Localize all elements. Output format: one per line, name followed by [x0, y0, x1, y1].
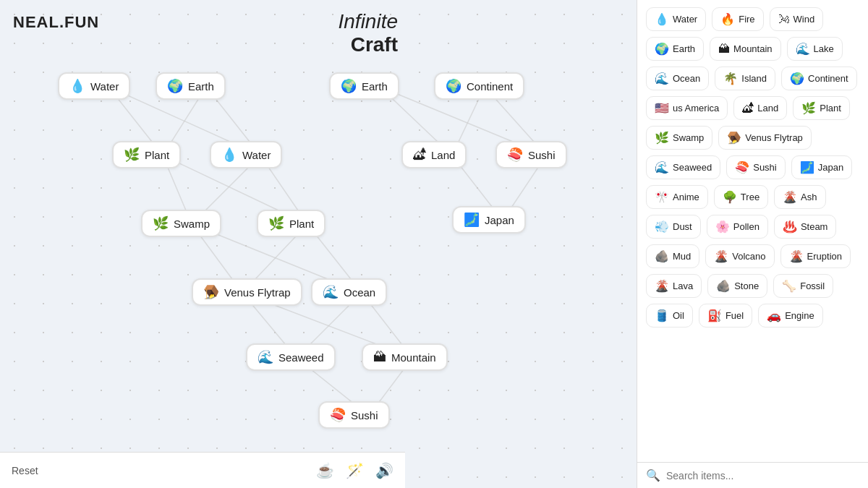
sidebar-item-label: Fossil	[800, 281, 825, 291]
sidebar-item-label: Ash	[801, 192, 817, 202]
sidebar-item-s21[interactable]: 💨Dust	[646, 215, 701, 239]
sidebar-item-s23[interactable]: ♨️Steam	[774, 215, 837, 239]
sidebar-item-label: Pollen	[733, 221, 760, 232]
sidebar-item-s5[interactable]: 🏔Mountain	[710, 37, 780, 61]
card-icon: 🗾	[464, 213, 480, 226]
sidebar-item-s11[interactable]: 🏕Land	[733, 96, 787, 120]
sidebar-item-s15[interactable]: 🌊Seaweed	[646, 155, 720, 179]
sidebar-item-icon: 🌊	[655, 160, 669, 174]
sidebar-item-s6[interactable]: 🌊Lake	[787, 37, 843, 61]
sidebar-item-s22[interactable]: 🌸Pollen	[707, 215, 768, 239]
search-input[interactable]	[666, 470, 859, 481]
sidebar-item-s26[interactable]: 🌋Eruption	[780, 244, 851, 268]
canvas-card-c3[interactable]: 🌿Plant	[112, 141, 181, 168]
sidebar-item-icon: 💨	[655, 220, 669, 234]
card-label: Japan	[485, 214, 514, 226]
bottom-bar: Reset ☕ 🪄 🔊	[0, 452, 405, 488]
sidebar-item-s10[interactable]: 🇺🇸us America	[646, 96, 728, 120]
sidebar-items-list: 💧Water🔥Fire🌬Wind🌍Earth🏔Mountain🌊Lake🌊Oce…	[637, 0, 868, 462]
card-icon: 🍣	[330, 408, 346, 421]
sidebar-item-label: Water	[673, 14, 697, 25]
sidebar-item-s28[interactable]: 🪨Stone	[707, 274, 767, 298]
sidebar-item-s3[interactable]: 🌬Wind	[770, 7, 824, 31]
card-label: Plant	[145, 149, 169, 161]
canvas-card-c2[interactable]: 🌍Earth	[156, 72, 226, 100]
sidebar-item-icon: 🌋	[655, 279, 669, 293]
sidebar-item-icon: 🚗	[767, 309, 781, 322]
canvas-card-c13[interactable]: 🌍Continent	[434, 72, 524, 100]
brush-icon[interactable]: 🪄	[346, 462, 364, 479]
sidebar-item-s29[interactable]: 🦴Fossil	[773, 274, 833, 298]
sidebar-item-s25[interactable]: 🌋Volcano	[705, 244, 774, 268]
sidebar-item-label: Mud	[673, 251, 691, 262]
sidebar-item-icon: 🪨	[655, 249, 669, 263]
canvas-card-c4[interactable]: 💧Water	[210, 141, 282, 168]
sidebar-item-s18[interactable]: 🎌Anime	[646, 185, 708, 209]
card-label: Continent	[467, 80, 513, 93]
volume-icon[interactable]: 🔊	[375, 462, 393, 479]
sidebar-item-icon: 🌿	[655, 131, 669, 145]
sidebar-item-s19[interactable]: 🌳Tree	[714, 185, 768, 209]
card-label: Land	[431, 149, 455, 161]
sidebar-item-icon: 🍣	[735, 160, 749, 174]
sidebar-item-icon: ♨️	[783, 220, 797, 234]
canvas-card-c9[interactable]: 🌊Seaweed	[246, 343, 336, 371]
sidebar-item-label: Mountain	[733, 43, 772, 54]
card-label: Mountain	[391, 351, 436, 364]
canvas-card-c14[interactable]: 🏕Land	[401, 141, 467, 168]
canvas-area[interactable]: NEAL.FUN Infinite Craft 💧Water🌍Earth🌿Pla…	[0, 0, 637, 488]
canvas-card-c10[interactable]: 🏔Mountain	[362, 343, 448, 371]
canvas-card-c6[interactable]: 🌿Plant	[257, 210, 326, 237]
card-label: Sushi	[351, 409, 378, 421]
sidebar-item-label: Japan	[818, 162, 843, 173]
sidebar-item-s8[interactable]: 🌴Island	[715, 67, 775, 90]
sidebar-item-s31[interactable]: ⛽Fuel	[699, 304, 752, 328]
sidebar-item-s20[interactable]: 🌋Ash	[774, 185, 825, 209]
sidebar-item-icon: 🇺🇸	[655, 101, 669, 115]
sidebar-item-s1[interactable]: 💧Water	[646, 7, 706, 31]
sidebar-item-icon: 🌋	[789, 249, 804, 263]
sidebar-item-icon: 🌍	[655, 42, 669, 56]
sidebar-item-label: Venus Flytrap	[745, 132, 803, 143]
canvas-card-c7[interactable]: 🪤Venus Flytrap	[192, 278, 302, 306]
sidebar-item-s14[interactable]: 🪤Venus Flytrap	[718, 126, 812, 150]
sidebar-item-label: Anime	[673, 192, 699, 202]
canvas-card-c8[interactable]: 🌊Ocean	[311, 278, 387, 306]
canvas-card-c5[interactable]: 🌿Swamp	[141, 210, 221, 237]
sidebar-item-s13[interactable]: 🌿Swamp	[646, 126, 712, 150]
search-icon: 🔍	[646, 468, 660, 482]
sidebar-item-s17[interactable]: 🗾Japan	[791, 155, 852, 179]
sidebar-item-label: Land	[757, 103, 778, 114]
sidebar-item-s7[interactable]: 🌊Ocean	[646, 67, 709, 90]
canvas-card-c15[interactable]: 🍣Sushi	[495, 141, 567, 168]
canvas-card-c12[interactable]: 🌍Earth	[329, 72, 399, 100]
card-icon: 🌊	[323, 286, 339, 299]
sidebar-item-label: Seaweed	[673, 162, 712, 173]
sidebar-item-icon: 🗾	[800, 160, 814, 174]
sidebar-item-s16[interactable]: 🍣Sushi	[726, 155, 786, 179]
reset-button[interactable]: Reset	[12, 465, 38, 476]
sidebar-item-s2[interactable]: 🔥Fire	[712, 7, 763, 31]
card-label: Venus Flytrap	[224, 286, 291, 299]
sidebar-item-s9[interactable]: 🌍Continent	[781, 67, 857, 90]
coffee-icon[interactable]: ☕	[316, 462, 334, 479]
canvas-card-c16[interactable]: 🗾Japan	[452, 206, 526, 234]
sidebar-item-label: Ocean	[673, 73, 700, 84]
sidebar-item-icon: 🌳	[723, 190, 737, 204]
sidebar-item-s27[interactable]: 🌋Lava	[646, 274, 702, 298]
sidebar-item-s12[interactable]: 🌿Plant	[793, 96, 850, 120]
sidebar-item-s4[interactable]: 🌍Earth	[646, 37, 704, 61]
sidebar-item-icon: 🌴	[723, 72, 738, 85]
card-icon: 🪤	[203, 286, 219, 299]
logo: NEAL.FUN	[13, 13, 99, 32]
game-title: Infinite Craft	[339, 10, 399, 56]
sidebar-item-s30[interactable]: 🛢️Oil	[646, 304, 693, 328]
sidebar-item-label: Dust	[673, 221, 692, 232]
canvas-card-c1[interactable]: 💧Water	[58, 72, 130, 100]
sidebar-item-s32[interactable]: 🚗Engine	[758, 304, 822, 328]
card-label: Plant	[289, 218, 314, 230]
canvas-card-c11[interactable]: 🍣Sushi	[318, 401, 390, 429]
card-icon: 🌍	[341, 80, 357, 93]
sidebar-item-icon: 🌬	[778, 13, 790, 26]
sidebar-item-s24[interactable]: 🪨Mud	[646, 244, 699, 268]
